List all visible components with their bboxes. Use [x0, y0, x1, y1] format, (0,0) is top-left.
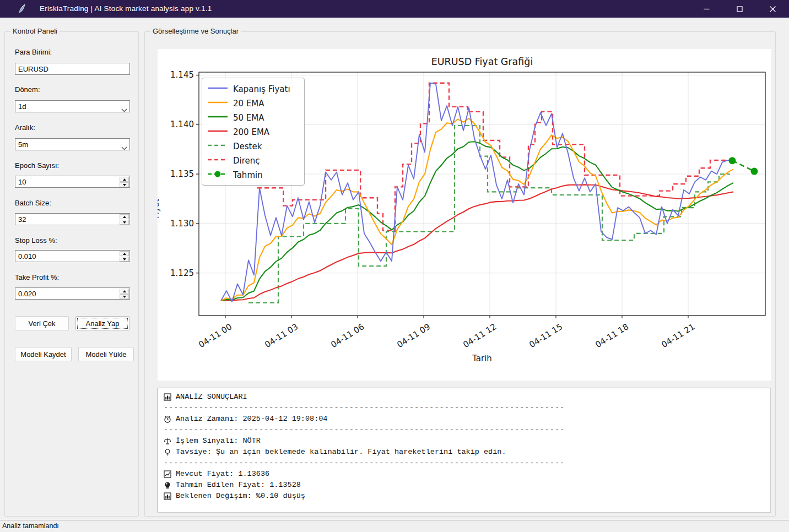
status-bar: Analiz tamamlandı — [0, 520, 789, 532]
legend-label: Direnç — [233, 156, 260, 166]
save-model-button[interactable]: Modeli Kaydet — [15, 347, 72, 361]
stoploss-label: Stop Loss %: — [15, 236, 57, 245]
results-line: Tahmin Edilen Fiyat: 1.13528 — [164, 480, 765, 491]
triangle-down-icon — [123, 184, 126, 186]
epochs-spinbox[interactable] — [15, 176, 130, 188]
stoploss-input[interactable] — [15, 251, 120, 262]
triangle-up-icon — [123, 178, 126, 181]
legend-entry: Tahmin — [208, 168, 299, 182]
takeprofit-label: Take Profit %: — [15, 273, 59, 281]
chart-legend: Kapanış Fiyatı20 EMA50 EMA200 EMADestekD… — [202, 78, 305, 186]
results-separator: ----------------------------------------… — [164, 403, 765, 414]
spin-up-button[interactable] — [120, 251, 129, 256]
legend-line-sample — [208, 127, 228, 137]
results-text: Tavsiye: Şu an için beklemede kalınabili… — [176, 447, 506, 458]
legend-line-sample — [208, 142, 228, 151]
scale-icon — [164, 437, 171, 445]
spin-down-button[interactable] — [120, 294, 129, 299]
currency-input[interactable] — [15, 63, 129, 74]
bar-chart-icon — [164, 492, 171, 500]
alarm-clock-icon — [164, 415, 171, 423]
legend-entry: 200 EMA — [208, 125, 299, 139]
legend-line-sample — [208, 156, 228, 166]
results-text: ANALİZ SONUÇLARI — [176, 392, 247, 403]
legend-entry: Direnç — [208, 154, 299, 168]
results-separator: ----------------------------------------… — [164, 425, 765, 436]
crystal-ball-icon — [164, 481, 171, 489]
bulb-icon — [164, 448, 171, 456]
load-model-button[interactable]: Modeli Yükle — [78, 347, 134, 361]
period-label: Dönem: — [15, 85, 40, 94]
results-line: Beklenen Değişim: %0.10 düşüş — [164, 491, 765, 502]
svg-text:1.130: 1.130 — [170, 219, 194, 229]
close-button[interactable] — [756, 0, 789, 18]
period-value[interactable] — [15, 101, 129, 112]
takeprofit-input[interactable] — [15, 288, 120, 299]
bar-chart-icon — [164, 393, 171, 401]
batch-input[interactable] — [15, 214, 120, 225]
triangle-up-icon — [123, 290, 126, 292]
minimize-button[interactable] — [690, 0, 723, 18]
results-text: Tahmin Edilen Fiyat: 1.13528 — [176, 480, 301, 491]
results-line: Analiz Zamanı: 2025-04-12 19:08:04 — [164, 414, 765, 425]
epochs-input[interactable] — [15, 176, 120, 187]
svg-text:04-11 21: 04-11 21 — [660, 322, 696, 350]
svg-text:04-11 15: 04-11 15 — [527, 322, 564, 350]
svg-text:1.145: 1.145 — [170, 70, 194, 80]
currency-label: Para Birimi: — [15, 48, 52, 56]
results-line: İşlem Sinyali: NÖTR — [164, 436, 765, 447]
chevron-down-icon[interactable] — [121, 105, 127, 115]
separator-dashes: ----------------------------------------… — [164, 458, 565, 469]
chart-up-icon — [164, 470, 171, 478]
batch-spinbox[interactable] — [15, 213, 130, 225]
svg-text:04-11 18: 04-11 18 — [593, 322, 630, 350]
svg-text:04-11 09: 04-11 09 — [395, 322, 432, 350]
fetch-data-button[interactable]: Veri Çek — [15, 316, 69, 330]
legend-label: 50 EMA — [233, 113, 264, 123]
legend-line-sample — [208, 113, 228, 123]
results-text: Analiz Zamanı: 2025-04-12 19:08:04 — [176, 414, 327, 425]
chevron-down-icon[interactable] — [121, 143, 127, 153]
analyze-button[interactable]: Analiz Yap — [75, 316, 129, 330]
titlebar: EriskiaTrading | AI Stock market analysi… — [0, 0, 789, 18]
status-text: Analiz tamamlandı — [2, 522, 59, 530]
spin-up-button[interactable] — [120, 214, 129, 219]
triangle-up-icon — [123, 253, 126, 255]
spin-down-button[interactable] — [120, 182, 129, 187]
triangle-up-icon — [123, 216, 126, 218]
interval-label: Aralık: — [15, 123, 35, 132]
takeprofit-spinbox[interactable] — [15, 287, 130, 300]
control-panel: Kontrol Paneli Para Birimi: Dönem: Aralı… — [4, 31, 139, 517]
spin-up-button[interactable] — [120, 289, 129, 294]
results-text: Beklenen Değişim: %0.10 düşüş — [176, 491, 305, 502]
legend-entry: 50 EMA — [208, 111, 299, 125]
legend-line-sample — [208, 99, 228, 108]
spin-down-button[interactable] — [120, 257, 129, 262]
stoploss-spinbox[interactable] — [15, 250, 130, 262]
triangle-down-icon — [123, 258, 126, 260]
interval-value[interactable] — [15, 139, 129, 150]
legend-label: Destek — [233, 142, 262, 151]
svg-text:Fiyat: Fiyat — [158, 199, 161, 219]
analysis-results-text[interactable]: ANALİZ SONUÇLARI------------------------… — [158, 388, 771, 513]
svg-text:1.135: 1.135 — [170, 169, 194, 179]
price-chart-canvas: 1.1251.1301.1351.1401.14504-11 0004-11 0… — [158, 49, 771, 381]
legend-entry: 20 EMA — [208, 96, 299, 111]
results-line: Tavsiye: Şu an için beklemede kalınabili… — [164, 447, 765, 458]
svg-text:EURUSD Fiyat Grafiği: EURUSD Fiyat Grafiği — [431, 56, 533, 67]
spin-down-button[interactable] — [120, 220, 129, 225]
control-panel-title: Kontrol Paneli — [10, 27, 60, 35]
legend-entry: Destek — [208, 139, 299, 154]
epochs-label: Epoch Sayısı: — [15, 161, 59, 170]
legend-line-sample — [208, 84, 228, 94]
currency-field[interactable] — [15, 63, 130, 75]
legend-label: Kapanış Fiyatı — [233, 84, 290, 94]
spin-up-button[interactable] — [120, 177, 129, 182]
window-title: EriskiaTrading | AI Stock market analysi… — [40, 4, 212, 13]
triangle-down-icon — [123, 221, 126, 224]
maximize-button[interactable] — [723, 0, 756, 18]
visualization-panel: Görselleştirme ve Sonuçlar 1.1251.1301.1… — [144, 31, 776, 517]
results-line: ANALİZ SONUÇLARI — [164, 392, 765, 403]
interval-combobox[interactable] — [15, 138, 130, 150]
period-combobox[interactable] — [15, 100, 130, 112]
